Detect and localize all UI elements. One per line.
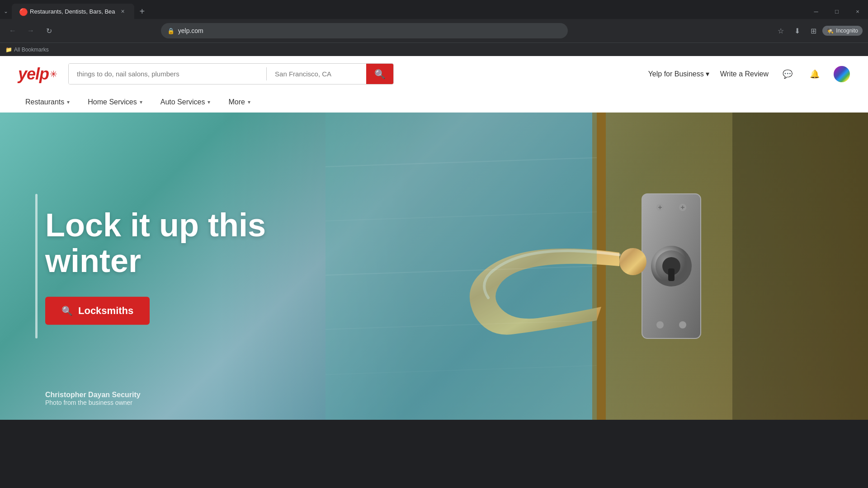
browser-toolbar: ← → ↻ 🔒 yelp.com ☆ ⬇ ⊞ 🕵️ Incognito bbox=[0, 19, 868, 42]
nav-auto-services-label: Auto Services bbox=[160, 98, 205, 106]
bookmarks-bar: 📁 All Bookmarks bbox=[0, 42, 868, 56]
toolbar-actions: ☆ ⬇ ⊞ 🕵️ Incognito bbox=[774, 23, 863, 38]
nav-more[interactable]: More ▾ bbox=[221, 92, 257, 113]
bookmarks-folder-icon: 📁 bbox=[5, 47, 12, 53]
tab-scroll-arrow[interactable]: ⌄ bbox=[0, 8, 12, 14]
tab-close-button[interactable]: × bbox=[119, 7, 127, 15]
tab-title: Restaurants, Dentists, Bars, Bea bbox=[30, 8, 115, 15]
incognito-indicator: 🕵️ Incognito bbox=[822, 26, 863, 36]
yelp-logo-burst: ✳ bbox=[50, 69, 57, 80]
locksmiths-cta-label: Locksmiths bbox=[78, 305, 133, 317]
back-button[interactable]: ← bbox=[5, 23, 20, 38]
minimize-button[interactable]: ─ bbox=[806, 4, 826, 19]
search-form: 🔍 bbox=[68, 63, 394, 84]
refresh-button[interactable]: ↻ bbox=[42, 23, 56, 38]
locksmiths-search-icon: 🔍 bbox=[61, 305, 73, 316]
nav-restaurants-label: Restaurants bbox=[25, 98, 64, 106]
hero-accent-bar bbox=[35, 194, 38, 338]
write-review-label: Write a Review bbox=[720, 70, 769, 78]
maximize-button[interactable]: □ bbox=[826, 4, 847, 19]
incognito-hat-icon: 🕵️ bbox=[827, 28, 834, 34]
credit-business-name: Christopher Dayan Security bbox=[45, 391, 141, 399]
yelp-for-business-button[interactable]: Yelp for Business ▾ bbox=[648, 70, 709, 78]
nav-restaurants[interactable]: Restaurants ▾ bbox=[18, 92, 77, 113]
incognito-label: Incognito bbox=[836, 28, 858, 34]
chat-icon[interactable]: 💬 bbox=[779, 66, 796, 82]
new-tab-button[interactable]: + bbox=[134, 6, 151, 17]
nav-auto-services-chevron: ▾ bbox=[208, 99, 210, 105]
download-icon[interactable]: ⬇ bbox=[790, 23, 804, 38]
hero-title-line1: Lock it up this bbox=[45, 207, 266, 243]
svg-point-16 bbox=[619, 248, 646, 275]
nav-home-services[interactable]: Home Services ▾ bbox=[80, 92, 149, 113]
hero-title: Lock it up this winter bbox=[45, 207, 266, 279]
user-avatar-button[interactable] bbox=[834, 66, 850, 82]
hero-title-line2: winter bbox=[45, 243, 266, 279]
svg-point-11 bbox=[679, 321, 686, 328]
notifications-bell-icon[interactable]: 🔔 bbox=[807, 66, 823, 82]
lock-svg bbox=[326, 113, 868, 420]
tab-favicon: 🔴 bbox=[19, 8, 26, 15]
browser-tab-active[interactable]: 🔴 Restaurants, Dentists, Bars, Bea × bbox=[12, 4, 134, 19]
nav-restaurants-chevron: ▾ bbox=[67, 99, 70, 105]
url-display: yelp.com bbox=[178, 27, 561, 34]
credit-subtitle: Photo from the business owner bbox=[45, 399, 141, 406]
browser-chrome: ⌄ 🔴 Restaurants, Dentists, Bars, Bea × +… bbox=[0, 0, 868, 56]
nav-more-label: More bbox=[228, 98, 245, 106]
locksmiths-cta-button[interactable]: 🔍 Locksmiths bbox=[45, 297, 150, 325]
bookmark-star-icon[interactable]: ☆ bbox=[774, 23, 788, 38]
window-controls: ─ □ × bbox=[806, 4, 868, 19]
yelp-logo[interactable]: yelp ✳ bbox=[18, 65, 57, 84]
extensions-icon[interactable]: ⊞ bbox=[806, 23, 821, 38]
search-input[interactable] bbox=[69, 64, 266, 84]
svg-rect-7 bbox=[668, 268, 675, 281]
business-dropdown-chevron: ▾ bbox=[706, 70, 709, 78]
nav-home-services-label: Home Services bbox=[88, 98, 137, 106]
browser-tab-bar: ⌄ 🔴 Restaurants, Dentists, Bars, Bea × +… bbox=[0, 0, 868, 19]
write-review-button[interactable]: Write a Review bbox=[720, 70, 769, 78]
hero-content: Lock it up this winter 🔍 Locksmiths bbox=[45, 207, 266, 325]
yelp-header: yelp ✳ 🔍 Yelp for Business ▾ Write a Rev… bbox=[0, 56, 868, 92]
yelp-nav: Restaurants ▾ Home Services ▾ Auto Servi… bbox=[0, 92, 868, 113]
nav-home-services-chevron: ▾ bbox=[140, 99, 142, 105]
hero-photo-credit: Christopher Dayan Security Photo from th… bbox=[45, 391, 141, 406]
ssl-lock-icon: 🔒 bbox=[167, 28, 175, 34]
nav-more-chevron: ▾ bbox=[248, 99, 250, 105]
hero-locksmith-image bbox=[217, 113, 868, 420]
svg-rect-23 bbox=[732, 113, 868, 420]
location-input[interactable] bbox=[267, 64, 366, 84]
hero-section: Lock it up this winter 🔍 Locksmiths Chri… bbox=[0, 113, 868, 420]
yelp-page: yelp ✳ 🔍 Yelp for Business ▾ Write a Rev… bbox=[0, 56, 868, 420]
close-button[interactable]: × bbox=[847, 4, 868, 19]
search-icon: 🔍 bbox=[374, 69, 386, 80]
forward-button[interactable]: → bbox=[24, 23, 38, 38]
search-button[interactable]: 🔍 bbox=[366, 64, 393, 84]
nav-auto-services[interactable]: Auto Services ▾ bbox=[153, 92, 218, 113]
address-bar[interactable]: 🔒 yelp.com bbox=[161, 23, 568, 38]
yelp-logo-text: yelp bbox=[18, 65, 49, 84]
header-nav: Yelp for Business ▾ Write a Review 💬 🔔 bbox=[648, 66, 850, 82]
bookmarks-label: All Bookmarks bbox=[14, 47, 49, 53]
svg-point-10 bbox=[656, 321, 664, 328]
yelp-business-label: Yelp for Business bbox=[648, 70, 704, 78]
